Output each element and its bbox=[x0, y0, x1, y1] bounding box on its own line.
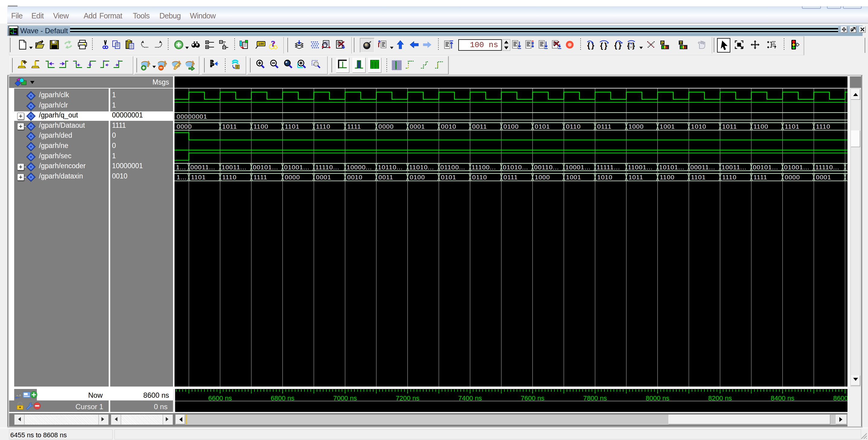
svg-text:1001: 1001 bbox=[660, 123, 675, 130]
svg-text:0001: 0001 bbox=[410, 123, 425, 130]
svg-text:1110: 1110 bbox=[816, 123, 831, 130]
svg-text:P: P bbox=[661, 40, 664, 45]
svg-text:10001...: 10001... bbox=[565, 164, 591, 171]
svg-text:0011: 0011 bbox=[379, 174, 393, 181]
svg-text:1010: 1010 bbox=[597, 174, 613, 181]
svg-text:1100: 1100 bbox=[753, 123, 768, 130]
svg-text:0010: 0010 bbox=[441, 123, 457, 130]
svg-text:1000: 1000 bbox=[535, 174, 550, 181]
svg-text:1111: 1111 bbox=[254, 174, 268, 181]
svg-text:00101...: 00101... bbox=[253, 164, 278, 171]
svg-text:1101: 1101 bbox=[285, 123, 300, 130]
svg-text:01001...: 01001... bbox=[284, 164, 309, 171]
svg-text:00000001: 00000001 bbox=[177, 113, 207, 120]
svg-text:1000: 1000 bbox=[628, 123, 644, 130]
svg-text:0011: 0011 bbox=[472, 123, 487, 130]
svg-text:?: ? bbox=[271, 39, 275, 48]
svg-text:0001: 0001 bbox=[316, 174, 332, 181]
svg-text:00110...: 00110... bbox=[534, 164, 559, 171]
svg-text:1110: 1110 bbox=[222, 174, 237, 181]
svg-text:1101: 1101 bbox=[191, 174, 206, 181]
svg-text:01100...: 01100... bbox=[440, 164, 465, 171]
svg-text:100: 100 bbox=[258, 42, 264, 46]
svg-text:0000: 0000 bbox=[177, 123, 192, 130]
svg-text:10110...: 10110... bbox=[378, 164, 403, 171]
svg-text:10000...: 10000... bbox=[347, 164, 372, 171]
svg-text:11001...: 11001... bbox=[628, 164, 653, 171]
svg-text:0111: 0111 bbox=[504, 174, 518, 181]
svg-text:1...: 1... bbox=[177, 174, 187, 181]
svg-text:0100: 0100 bbox=[504, 123, 519, 130]
svg-text:10101...: 10101... bbox=[659, 164, 684, 171]
svg-text:0110: 0110 bbox=[472, 174, 487, 181]
svg-text:1110: 1110 bbox=[316, 123, 331, 130]
svg-text:1111: 1111 bbox=[347, 123, 361, 130]
svg-text:0000: 0000 bbox=[285, 174, 300, 181]
svg-text:1111: 1111 bbox=[753, 174, 768, 181]
svg-text:01001...: 01001... bbox=[784, 164, 809, 171]
svg-text:1110: 1110 bbox=[722, 174, 737, 181]
svg-text:11100...: 11100... bbox=[472, 164, 496, 171]
svg-text:}: } bbox=[632, 42, 635, 50]
svg-text:01010...: 01010... bbox=[503, 164, 528, 171]
svg-text:10011...: 10011... bbox=[721, 164, 746, 171]
svg-text:10011...: 10011... bbox=[222, 164, 246, 171]
svg-text:1010: 1010 bbox=[691, 123, 707, 130]
svg-text:1011: 1011 bbox=[222, 123, 237, 130]
svg-text:11110...: 11110... bbox=[315, 164, 339, 171]
svg-text:11010...: 11010... bbox=[409, 164, 434, 171]
svg-text:1011: 1011 bbox=[628, 174, 643, 181]
svg-text:1001: 1001 bbox=[566, 174, 582, 181]
svg-text:{: { bbox=[600, 41, 603, 50]
svg-text:11111...: 11111... bbox=[596, 164, 620, 171]
svg-text:1100: 1100 bbox=[660, 174, 675, 181]
svg-text:0110: 0110 bbox=[566, 123, 581, 130]
svg-text:1100: 1100 bbox=[254, 123, 269, 130]
svg-text:1101: 1101 bbox=[785, 123, 800, 130]
svg-text:0111: 0111 bbox=[597, 123, 612, 130]
svg-text:{: { bbox=[627, 42, 630, 50]
svg-text:0010: 0010 bbox=[347, 174, 363, 181]
svg-text:1...: 1... bbox=[176, 164, 186, 171]
svg-text:11110...: 11110... bbox=[815, 164, 839, 171]
svg-text:00011...: 00011... bbox=[190, 164, 215, 171]
svg-text:00011...: 00011... bbox=[690, 164, 715, 171]
svg-text:0100: 0100 bbox=[410, 174, 425, 181]
svg-text:{: { bbox=[614, 41, 617, 50]
svg-text:1101: 1101 bbox=[691, 174, 706, 181]
svg-text:0001: 0001 bbox=[816, 174, 832, 181]
svg-text:1011: 1011 bbox=[722, 123, 737, 130]
svg-text:}: } bbox=[604, 41, 607, 50]
svg-text:T: T bbox=[680, 40, 682, 45]
svg-text:0101: 0101 bbox=[441, 174, 457, 181]
svg-text:00101...: 00101... bbox=[753, 164, 778, 171]
svg-text:0000: 0000 bbox=[379, 123, 394, 130]
svg-text:0101: 0101 bbox=[535, 123, 550, 130]
svg-text:0000: 0000 bbox=[785, 174, 800, 181]
